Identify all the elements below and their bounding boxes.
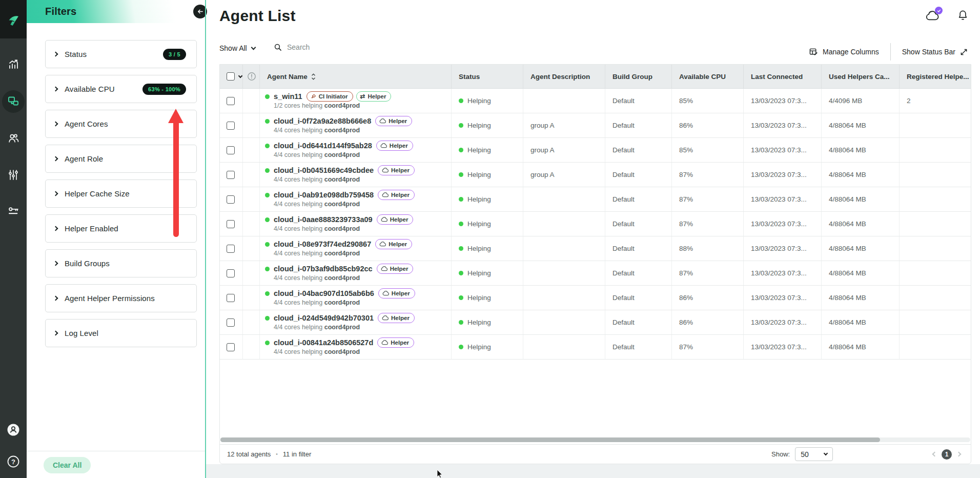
- available-cpu-cell: 86%: [672, 286, 744, 310]
- badge-helper-purple: Helper: [376, 141, 413, 151]
- filter-label: Agent Role: [65, 154, 103, 163]
- available-cpu-cell: 87%: [672, 335, 744, 359]
- select-all-checkbox[interactable]: [227, 72, 235, 81]
- horizontal-scrollbar[interactable]: [220, 436, 971, 444]
- column-header-build-group: Build Group: [605, 65, 672, 88]
- last-connected-cell: 13/03/2023 07:3...: [744, 335, 822, 359]
- row-alert-cell: [243, 310, 260, 334]
- show-status-bar-button[interactable]: Show Status Bar: [902, 48, 968, 56]
- row-checkbox[interactable]: [227, 97, 235, 105]
- filter-label: Helper Cache Size: [65, 189, 130, 198]
- agent-name-cell: cloud_i-07b3af9db85cb92cc Helper 4/4 cor…: [260, 261, 452, 285]
- cloud-icon: [379, 242, 386, 247]
- badge-helper-purple: Helper: [377, 214, 414, 225]
- app-sidebar: ?: [0, 0, 27, 478]
- analytics-icon[interactable]: [0, 53, 27, 75]
- description-cell: group A: [523, 138, 605, 162]
- row-checkbox[interactable]: [227, 195, 235, 204]
- search-input[interactable]: Search: [274, 43, 310, 51]
- status-cell: Helping: [452, 187, 523, 211]
- online-dot: [265, 242, 270, 247]
- filter-item[interactable]: Log Level: [45, 319, 197, 347]
- row-alert-cell: [243, 261, 260, 285]
- show-all-dropdown[interactable]: Show All: [219, 44, 255, 52]
- row-checkbox[interactable]: [227, 220, 235, 228]
- agent-name: cloud_i-0aae8883239733a09: [274, 215, 373, 224]
- chevron-right-icon: [53, 261, 58, 266]
- filter-item[interactable]: Build Groups: [45, 249, 197, 277]
- filter-label: Agent Helper Permissions: [65, 294, 155, 303]
- row-alert-cell: [243, 113, 260, 137]
- chevron-right-icon: [53, 226, 58, 231]
- notifications-icon[interactable]: [957, 9, 969, 24]
- badge-helper-purple: Helper: [377, 264, 414, 274]
- next-page-button[interactable]: [957, 452, 961, 456]
- description-cell: [523, 261, 605, 285]
- filters-title: Filters: [45, 6, 76, 17]
- agent-subtext: 4/4 cores helping coord4prod: [274, 348, 360, 356]
- agent-badges: Helper: [378, 190, 415, 200]
- status-dot: [459, 295, 463, 300]
- page-size-select[interactable]: 50: [795, 447, 833, 461]
- row-checkbox[interactable]: [227, 146, 235, 154]
- row-checkbox[interactable]: [227, 318, 235, 327]
- tools-divider: [890, 43, 891, 61]
- current-page-number[interactable]: 1: [942, 449, 952, 460]
- registered-helpers-cell: [900, 113, 971, 137]
- used-helpers-cell: 4/88064 MB: [822, 335, 900, 359]
- status-dot: [459, 222, 463, 226]
- status-text: Helping: [467, 122, 491, 129]
- filter-item[interactable]: Agent Helper Permissions: [45, 284, 197, 312]
- show-status-bar-label: Show Status Bar: [902, 48, 955, 56]
- description-cell: [523, 89, 605, 113]
- filter-item[interactable]: Agent Role: [45, 145, 197, 173]
- api-keys-icon[interactable]: [0, 200, 27, 222]
- profile-icon[interactable]: [0, 419, 27, 441]
- filter-item[interactable]: Helper Enabled: [45, 214, 197, 243]
- description-cell: group A: [523, 163, 605, 187]
- online-dot: [265, 119, 270, 124]
- select-menu-chevron-icon[interactable]: [238, 73, 242, 77]
- app-logo[interactable]: [0, 0, 27, 38]
- agent-name-cell: cloud_i-024d549d942b70301 Helper 4/4 cor…: [260, 310, 452, 334]
- badge-label: CI Initiator: [319, 93, 348, 100]
- help-icon[interactable]: ?: [0, 450, 27, 473]
- row-checkbox[interactable]: [227, 171, 235, 179]
- used-helpers-cell: 4/88064 MB: [822, 236, 900, 261]
- description-cell: [523, 335, 605, 359]
- users-icon[interactable]: [0, 127, 27, 149]
- badge-ci: CI Initiator: [307, 91, 353, 102]
- clear-all-button[interactable]: Clear All: [44, 457, 91, 473]
- last-connected-cell: 13/03/2023 07:3...: [744, 286, 822, 310]
- used-helpers-cell: 4/88064 MB: [822, 113, 900, 137]
- manage-columns-button[interactable]: Manage Columns: [809, 48, 879, 56]
- filter-item[interactable]: Agent Cores: [45, 110, 197, 138]
- filter-item[interactable]: Helper Cache Size: [45, 180, 197, 208]
- last-connected-cell: 13/03/2023 07:3...: [744, 138, 822, 162]
- agent-badges: Helper: [377, 214, 414, 225]
- used-helpers-cell: 4/88064 MB: [822, 310, 900, 334]
- status-cell: Helping: [452, 261, 523, 285]
- row-checkbox[interactable]: [227, 343, 235, 351]
- description-cell: [523, 310, 605, 334]
- cloud-status-icon[interactable]: [924, 9, 941, 24]
- build-group-cell: Default: [605, 310, 672, 334]
- filter-item[interactable]: Status 3 / 5: [45, 40, 197, 68]
- used-helpers-cell: 4/88064 MB: [822, 212, 900, 236]
- search-placeholder: Search: [287, 43, 310, 51]
- row-alert-cell: [243, 236, 260, 261]
- row-checkbox[interactable]: [227, 122, 235, 130]
- scrollbar-thumb[interactable]: [220, 437, 880, 442]
- used-helpers-cell: 4/88064 MB: [822, 138, 900, 162]
- row-checkbox[interactable]: [227, 294, 235, 302]
- previous-page-button[interactable]: [933, 452, 936, 456]
- build-group-cell: Default: [605, 163, 672, 187]
- sliders-icon[interactable]: [0, 164, 27, 186]
- row-checkbox[interactable]: [227, 269, 235, 277]
- filter-item[interactable]: Available CPU 63% - 100%: [45, 75, 197, 103]
- column-header-agent-name[interactable]: Agent Name: [260, 65, 452, 88]
- filter-label: Log Level: [65, 329, 98, 337]
- agents-icon[interactable]: [0, 90, 27, 113]
- status-text: Helping: [467, 220, 491, 228]
- row-checkbox[interactable]: [227, 245, 235, 253]
